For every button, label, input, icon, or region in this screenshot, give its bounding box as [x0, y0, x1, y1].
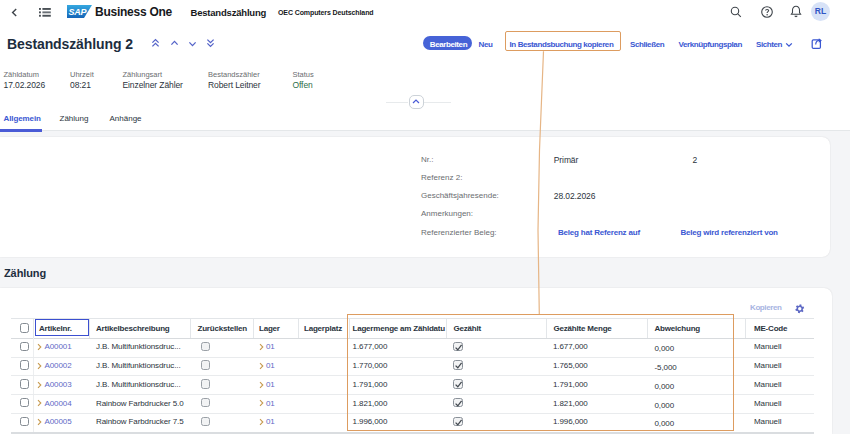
- svg-text:SAP: SAP: [69, 7, 88, 17]
